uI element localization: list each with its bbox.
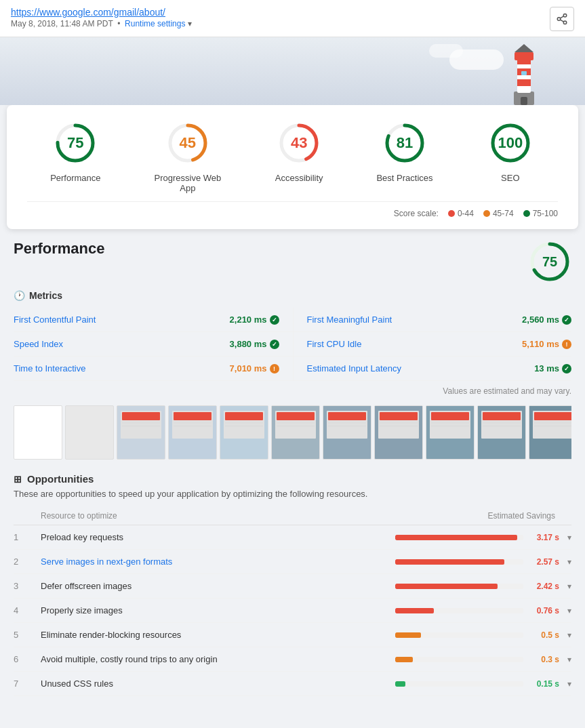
score-label-accessibility: Accessibility [275,173,323,183]
metric-name[interactable]: First Meaningful Paint [307,315,392,325]
score-value-best-practices: 81 [397,134,413,152]
status-dot-green: ✓ [562,364,571,373]
score-item-accessibility[interactable]: 43 Accessibility [275,119,323,183]
metric-row: First CPU Idle 5,110 ms ! [293,332,572,357]
opp-name[interactable]: Properly size images [41,605,395,615]
opportunity-row[interactable]: 7 Unused CSS rules 0.15 s ▾ [14,672,571,696]
svg-marker-11 [515,44,533,52]
filmstrip-frame [477,405,526,460]
chevron-down-icon[interactable]: ▾ [567,679,571,689]
metric-row: Estimated Input Latency 13 ms ✓ [293,357,572,381]
col-resource: Resource to optimize [41,511,395,521]
score-label-pwa: Progressive Web App [154,173,222,193]
scale-dot-orange [483,210,490,217]
opp-name[interactable]: Eliminate render-blocking resources [41,630,395,640]
savings-bar-fill [395,559,504,565]
opp-number: 6 [14,654,41,664]
metric-name[interactable]: Time to Interactive [14,363,85,373]
filmstrip-frame [117,405,165,460]
svg-rect-13 [521,97,527,105]
opp-name[interactable]: Preload key requests [41,532,395,542]
opportunities-table-header: Resource to optimize Estimated Savings [14,508,571,525]
hero-banner [0,37,585,105]
chevron-down-icon[interactable]: ▾ [567,606,571,615]
metric-name[interactable]: First Contentful Paint [14,315,96,325]
score-item-pwa[interactable]: 45 Progressive Web App [154,119,222,193]
chevron-down-icon[interactable]: ▾ [567,533,571,542]
svg-rect-10 [515,52,533,60]
opp-name[interactable]: Serve images in next-gen formats [41,557,395,567]
score-item-seo[interactable]: 100 SEO [486,119,535,183]
scores-row: 75 Performance 45 Progressive Web App 43… [27,119,558,193]
metric-name[interactable]: Estimated Input Latency [307,363,401,373]
opportunities-section: ⊞ Opportunities These are opportunities … [14,473,571,696]
share-button[interactable] [550,7,574,31]
metric-name[interactable]: First CPU Idle [307,339,362,349]
status-dot-orange: ! [562,340,571,349]
svg-line-3 [560,20,563,22]
status-dot-green: ✓ [562,315,571,325]
opp-savings: 0.3 s ▾ [395,655,571,664]
savings-value: 3.17 s [529,533,559,542]
opportunity-row[interactable]: 6 Avoid multiple, costly round trips to … [14,647,571,672]
metric-value: 2,210 ms ✓ [230,315,279,325]
savings-value: 0.3 s [529,655,559,664]
chevron-down-icon[interactable]: ▾ [567,557,571,567]
savings-bar-bg [395,584,523,589]
score-item-performance[interactable]: 75 Performance [50,119,100,183]
opp-name[interactable]: Defer offscreen images [41,581,395,591]
savings-bar-bg [395,681,523,687]
status-dot-green: ✓ [270,340,279,349]
metric-name[interactable]: Speed Index [14,339,63,349]
metric-value: 13 ms ✓ [534,363,571,373]
opportunity-row[interactable]: 1 Preload key requests 3.17 s ▾ [14,525,571,550]
score-item-best-practices[interactable]: 81 Best Practices [376,119,432,183]
savings-bar-fill [395,584,498,589]
chevron-down-icon[interactable]: ▾ [567,630,571,640]
metric-value: 5,110 ms ! [522,339,571,349]
status-dot-orange: ! [270,364,279,373]
col-savings: Estimated Savings [395,511,571,521]
page-url[interactable]: https://www.google.com/gmail/about/ [11,7,192,18]
opportunity-row[interactable]: 4 Properly size images 0.76 s ▾ [14,599,571,623]
metrics-section: 🕐 Metrics First Contentful Paint 2,210 m… [14,290,571,396]
opp-number: 4 [14,605,41,615]
opportunity-row[interactable]: 3 Defer offscreen images 2.42 s ▾ [14,574,571,599]
runtime-settings-link[interactable]: Runtime settings [125,19,185,28]
score-value-seo: 100 [498,134,523,152]
opp-name[interactable]: Unused CSS rules [41,679,395,689]
savings-bar-fill [395,657,413,662]
cloud-decoration [429,44,463,58]
metrics-grid: First Contentful Paint 2,210 ms ✓ First … [14,308,571,381]
filmstrip-frame [529,405,571,460]
scale-dot-red [448,210,455,217]
savings-bar-fill [395,535,517,540]
opportunities-list: 1 Preload key requests 3.17 s ▾ 2 Serve … [14,525,571,696]
savings-bar-fill [395,632,421,638]
savings-bar-fill [395,608,434,613]
chevron-down-icon[interactable]: ▾ [567,582,571,591]
performance-score-circle: 75 [528,240,571,283]
svg-point-1 [557,18,561,21]
opp-name[interactable]: Avoid multiple, costly round trips to an… [41,654,395,664]
opportunity-row[interactable]: 5 Eliminate render-blocking resources 0.… [14,623,571,647]
svg-line-4 [560,16,563,18]
opportunities-title: Opportunities [27,473,94,485]
scale-orange: 45-74 [483,209,514,218]
opp-savings: 0.15 s ▾ [395,679,571,689]
filmstrip-frame [271,405,320,460]
opportunities-header: ⊞ Opportunities [14,473,571,485]
svg-rect-12 [521,71,527,75]
savings-bar-bg [395,657,523,662]
grid-icon: ⊞ [14,474,22,485]
stopwatch-icon: 🕐 [14,290,25,301]
opportunity-row[interactable]: 2 Serve images in next-gen formats 2.57 … [14,550,571,574]
chevron-down-icon[interactable]: ▾ [567,655,571,664]
savings-bar-fill [395,681,405,687]
status-dot-green: ✓ [270,315,279,325]
opp-number: 5 [14,630,41,640]
score-value-performance: 75 [67,134,83,152]
main-content: Performance 75 🕐 Metrics First Contentfu… [0,229,585,707]
performance-score-value: 75 [542,254,557,270]
performance-title: Performance [14,240,105,258]
